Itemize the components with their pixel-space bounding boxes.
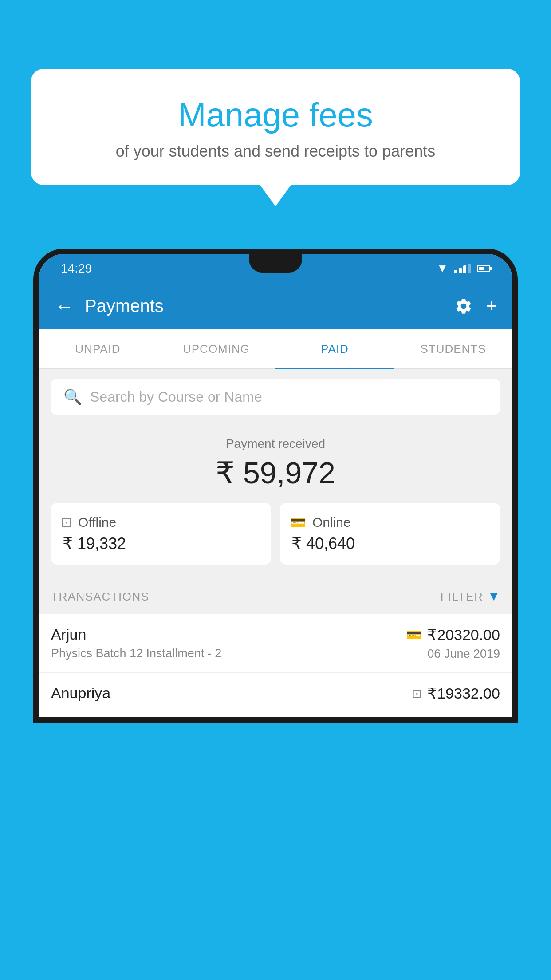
tab-students[interactable]: STUDENTS (394, 329, 512, 368)
bubble-subtitle: of your students and send receipts to pa… (49, 142, 502, 161)
offline-payment-card: ⊡ Offline ₹ 19,332 (51, 503, 271, 565)
transaction-amount-2: ₹19332.00 (427, 684, 500, 702)
phone-screen: 14:29 ▼ ← Payments (39, 254, 512, 717)
payment-cards: ⊡ Offline ₹ 19,332 💳 Online ₹ 40,640 (51, 503, 500, 565)
search-container: 🔍 Search by Course or Name (39, 369, 512, 424)
add-button[interactable]: + (486, 296, 496, 316)
transactions-label: TRANSACTIONS (51, 590, 150, 604)
wifi-icon: ▼ (437, 261, 448, 275)
transaction-amount-row-2: ⊡ ₹19332.00 (412, 684, 500, 702)
tab-upcoming[interactable]: UPCOMING (157, 329, 276, 368)
offline-label: Offline (78, 515, 116, 530)
transaction-name-1: Arjun (51, 626, 406, 643)
tab-paid[interactable]: PAID (276, 329, 394, 368)
notch (249, 254, 302, 273)
online-card-header: 💳 Online (290, 514, 351, 530)
search-bar[interactable]: 🔍 Search by Course or Name (51, 379, 500, 415)
transaction-date-1: 06 June 2019 (427, 647, 500, 661)
app-bar: ← Payments + (39, 283, 512, 329)
app-bar-actions: + (454, 296, 496, 316)
signal-icon (454, 264, 471, 273)
transactions-header: TRANSACTIONS FILTER ▼ (39, 579, 512, 614)
payment-card-icon-1: 💳 (406, 628, 422, 642)
transaction-right-1: 💳 ₹20320.00 06 June 2019 (406, 626, 500, 661)
bubble-title: Manage fees (49, 95, 502, 134)
filter-button[interactable]: FILTER ▼ (441, 589, 500, 604)
online-icon: 💳 (290, 514, 306, 530)
phone-body: 14:29 ▼ ← Payments (33, 249, 518, 723)
phone-mockup: 14:29 ▼ ← Payments (33, 249, 518, 980)
page-title: Payments (85, 296, 454, 316)
online-payment-card: 💳 Online ₹ 40,640 (280, 503, 500, 565)
back-button[interactable]: ← (55, 295, 74, 317)
table-row[interactable]: Anupriya ⊡ ₹19332.00 (39, 673, 512, 717)
settings-icon[interactable] (454, 297, 473, 316)
status-time: 14:29 (61, 261, 92, 276)
transaction-course-1: Physics Batch 12 Installment - 2 (51, 647, 406, 660)
tabs-bar: UNPAID UPCOMING PAID STUDENTS (39, 329, 512, 369)
payment-cash-icon-2: ⊡ (412, 686, 422, 701)
payment-summary: Payment received ₹ 59,972 ⊡ Offline ₹ 19… (39, 424, 512, 579)
battery-icon (477, 265, 490, 272)
search-icon: 🔍 (63, 388, 82, 406)
transaction-amount-row-1: 💳 ₹20320.00 (406, 626, 500, 644)
online-label: Online (312, 515, 351, 530)
status-bar: 14:29 ▼ (39, 254, 512, 283)
offline-amount: ₹ 19,332 (61, 534, 126, 553)
speech-bubble: Manage fees of your students and send re… (31, 69, 520, 185)
filter-label: FILTER (441, 590, 484, 604)
offline-icon: ⊡ (61, 514, 72, 530)
payment-received-label: Payment received (51, 437, 500, 451)
table-row[interactable]: Arjun Physics Batch 12 Installment - 2 💳… (39, 614, 512, 673)
online-amount: ₹ 40,640 (290, 534, 355, 553)
offline-card-header: ⊡ Offline (61, 514, 116, 530)
transaction-right-2: ⊡ ₹19332.00 (412, 684, 500, 702)
filter-icon: ▼ (488, 589, 500, 604)
transaction-left-1: Arjun Physics Batch 12 Installment - 2 (51, 626, 406, 660)
transaction-name-2: Anupriya (51, 684, 412, 702)
search-input[interactable]: Search by Course or Name (90, 389, 262, 405)
status-icons: ▼ (437, 261, 490, 275)
tab-unpaid[interactable]: UNPAID (39, 329, 157, 368)
payment-total-amount: ₹ 59,972 (51, 455, 500, 490)
transaction-left-2: Anupriya (51, 684, 412, 705)
transaction-amount-1: ₹20320.00 (427, 626, 500, 644)
